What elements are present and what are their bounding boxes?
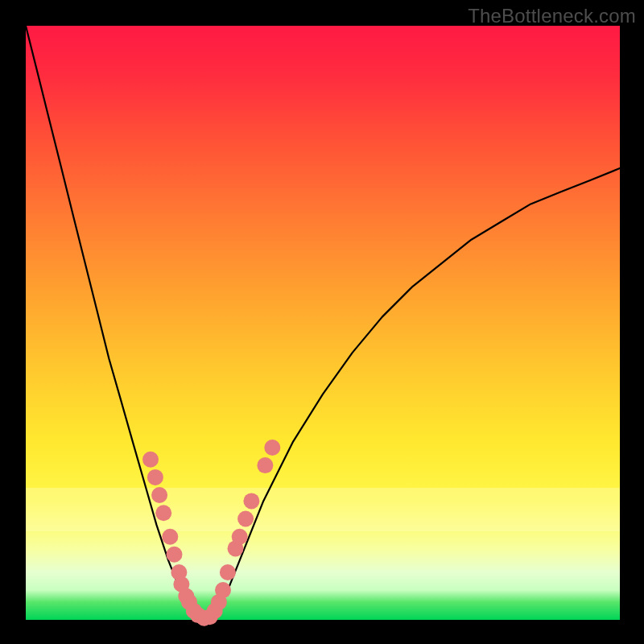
watermark-text: TheBottleneck.com bbox=[468, 5, 636, 27]
outer-frame: TheBottleneck.com bbox=[0, 0, 644, 644]
highlight-band bbox=[26, 488, 620, 531]
plot-background bbox=[26, 26, 620, 620]
